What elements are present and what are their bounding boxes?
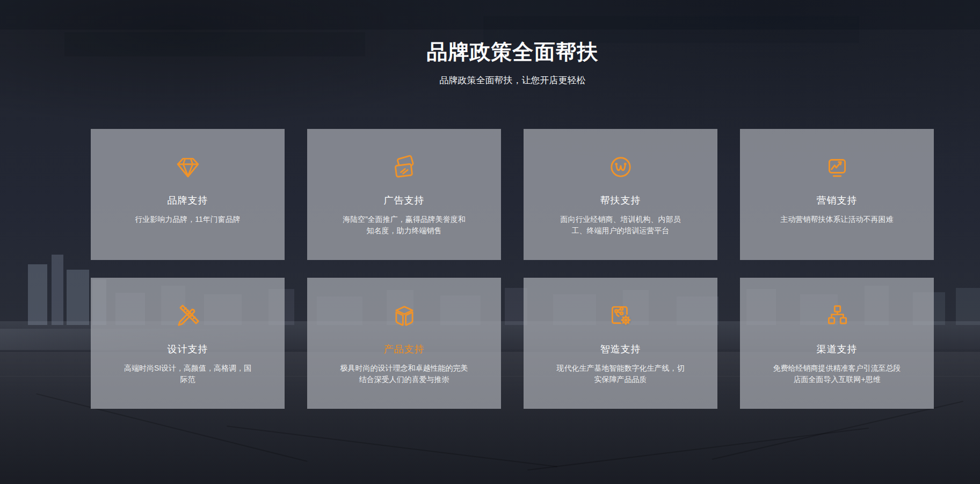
feature-card-product[interactable]: 产品支持 极具时尚的设计理念和卓越性能的完美结合深受人们的喜爱与推崇 bbox=[307, 278, 501, 409]
card-desc: 高端时尚SI设计，高颜值，高格调，国际范 bbox=[123, 363, 253, 385]
card-desc: 海陆空”全面推广，赢得品牌美誉度和知名度，助力终端销售 bbox=[339, 214, 469, 236]
card-title: 渠道支持 bbox=[817, 344, 858, 354]
card-desc: 极具时尚的设计理念和卓越性能的完美结合深受人们的喜爱与推崇 bbox=[339, 363, 469, 385]
card-title: 产品支持 bbox=[384, 344, 425, 354]
feature-card-grid: 品牌支持 行业影响力品牌，11年门窗品牌 广告支持 海陆空”全面推广，赢得品牌美… bbox=[91, 129, 934, 409]
card-title: 营销支持 bbox=[817, 196, 858, 205]
feature-card-manufacturing[interactable]: 智造支持 现代化生产基地智能数字化生产线，切实保障产品品质 bbox=[524, 278, 717, 409]
card-title: 智造支持 bbox=[600, 344, 641, 354]
page-subtitle: 品牌政策全面帮扶，让您开店更轻松 bbox=[91, 74, 934, 86]
card-desc: 主动营销帮扶体系让活动不再困难 bbox=[772, 214, 902, 225]
smart-manufacture-icon bbox=[607, 302, 634, 329]
product-cube-icon bbox=[391, 302, 418, 329]
card-desc: 面向行业经销商、培训机构、内部员工、终端用户的培训运营平台 bbox=[556, 214, 686, 236]
channel-network-icon bbox=[824, 302, 851, 329]
card-title: 广告支持 bbox=[384, 196, 425, 205]
feature-card-brand[interactable]: 品牌支持 行业影响力品牌，11年门窗品牌 bbox=[91, 129, 285, 260]
card-desc: 行业影响力品牌，11年门窗品牌 bbox=[123, 214, 253, 225]
card-title: 帮扶支持 bbox=[600, 196, 641, 205]
card-desc: 现代化生产基地智能数字化生产线，切实保障产品品质 bbox=[556, 363, 686, 385]
page-title: 品牌政策全面帮扶 bbox=[91, 38, 934, 67]
card-title: 品牌支持 bbox=[168, 196, 208, 205]
brand-diamond-icon bbox=[175, 154, 201, 180]
marketing-monitor-icon bbox=[824, 154, 851, 180]
card-title: 设计支持 bbox=[168, 344, 208, 354]
feature-card-marketing[interactable]: 营销支持 主动营销帮扶体系让活动不再困难 bbox=[740, 129, 934, 260]
design-tools-icon bbox=[175, 302, 201, 329]
ad-cards-icon bbox=[391, 154, 418, 180]
support-wave-icon bbox=[607, 154, 634, 180]
card-desc: 免费给经销商提供精准客户引流至总段店面全面导入互联网+思维 bbox=[772, 363, 902, 385]
feature-card-channel[interactable]: 渠道支持 免费给经销商提供精准客户引流至总段店面全面导入互联网+思维 bbox=[740, 278, 934, 409]
feature-card-assistance[interactable]: 帮扶支持 面向行业经销商、培训机构、内部员工、终端用户的培训运营平台 bbox=[524, 129, 717, 260]
feature-card-design[interactable]: 设计支持 高端时尚SI设计，高颜值，高格调，国际范 bbox=[91, 278, 285, 409]
feature-card-advertising[interactable]: 广告支持 海陆空”全面推广，赢得品牌美誉度和知名度，助力终端销售 bbox=[307, 129, 501, 260]
brand-policy-section: 品牌政策全面帮扶 品牌政策全面帮扶，让您开店更轻松 品牌支持 行业影响力品牌，1… bbox=[0, 0, 980, 484]
